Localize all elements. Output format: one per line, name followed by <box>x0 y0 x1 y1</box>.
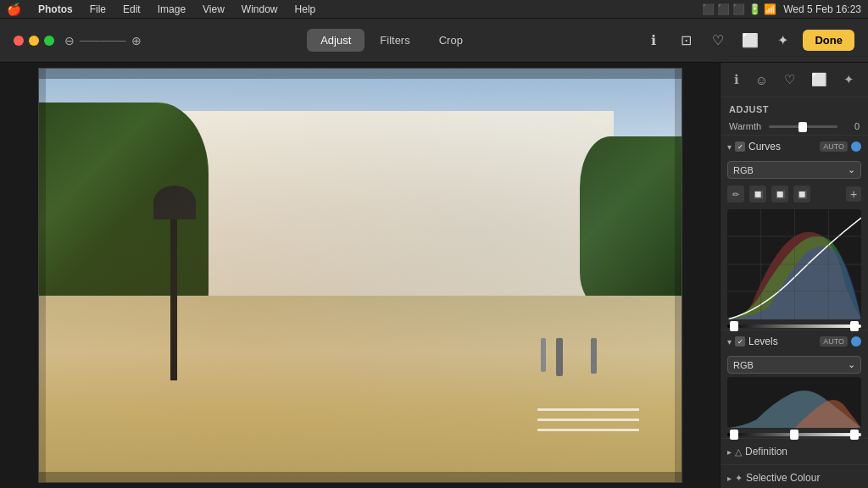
menu-file[interactable]: File <box>86 3 109 15</box>
panel-info-icon[interactable]: ℹ <box>732 69 742 90</box>
traffic-lights <box>14 36 54 46</box>
definition-label: Definition <box>745 446 787 458</box>
curves-chevron-icon: ▾ <box>727 142 732 152</box>
menubar-system-icons: ⬛ ⬛ ⬛ 🔋 📶 <box>702 3 776 15</box>
tab-filters[interactable]: Filters <box>366 29 423 52</box>
levels-track[interactable] <box>727 433 861 436</box>
levels-channel-label: RGB <box>733 360 754 370</box>
menu-window[interactable]: Window <box>238 3 281 15</box>
menubar-datetime: Wed 5 Feb 16:23 <box>783 3 861 15</box>
curves-dropdown-chevron-icon: ⌄ <box>848 164 855 175</box>
heart-button[interactable]: ♡ <box>706 29 730 53</box>
curves-enabled-dot[interactable] <box>851 141 861 152</box>
levels-header[interactable]: ▾ ✓ Levels AUTO <box>721 330 868 352</box>
photo-canvas <box>38 68 682 483</box>
levels-section: ▾ ✓ Levels AUTO RGB ⌄ <box>721 330 868 439</box>
curves-right-handle[interactable] <box>850 321 859 331</box>
menu-photos[interactable]: Photos <box>35 3 76 15</box>
curves-histogram-svg <box>727 209 861 319</box>
info-button[interactable]: ℹ <box>642 29 665 53</box>
warmth-value: 0 <box>843 121 860 131</box>
curve-eyedropper-dark-icon[interactable]: 🔲 <box>749 186 766 202</box>
curves-channel-dropdown[interactable]: RGB ⌄ <box>727 161 861 179</box>
menu-help[interactable]: Help <box>292 3 320 15</box>
curves-title: Curves <box>748 141 816 152</box>
panel-frame-icon[interactable]: ⬜ <box>809 69 830 90</box>
curves-auto-badge[interactable]: AUTO <box>820 141 848 152</box>
curves-level-slider-row <box>721 323 868 330</box>
warmth-label: Warmth <box>729 121 764 131</box>
curve-eyedropper-mid-icon[interactable]: 🔲 <box>771 186 788 202</box>
panel-icon-row: ℹ ☺ ♡ ⬜ ✦ <box>721 63 868 97</box>
done-button[interactable]: Done <box>803 30 854 51</box>
zebra-line-1 <box>537 429 639 431</box>
levels-left-handle[interactable] <box>730 430 738 440</box>
apple-logo-icon[interactable]: 🍎 <box>7 3 21 16</box>
panel-magic-icon[interactable]: ✦ <box>841 69 857 90</box>
zebra-line-3 <box>537 408 639 411</box>
person-silhouette-3 <box>591 338 597 374</box>
menu-bar: 🍎 Photos File Edit Image View Window Hel… <box>0 0 868 19</box>
curves-left-handle[interactable] <box>730 321 738 331</box>
person-silhouette-2 <box>556 338 563 376</box>
levels-channel-dropdown[interactable]: RGB ⌄ <box>727 356 861 374</box>
photo-border-top <box>39 69 682 79</box>
levels-title: Levels <box>748 336 816 347</box>
levels-histogram[interactable] <box>727 377 861 428</box>
zoom-out-icon: ⊖ <box>64 34 75 47</box>
toolbar-tabs: Adjust Filters Crop <box>307 29 476 52</box>
tab-adjust[interactable]: Adjust <box>307 29 364 52</box>
zoom-in-icon: ⊕ <box>131 34 142 47</box>
levels-enabled-dot[interactable] <box>851 336 861 347</box>
zebra-line-2 <box>537 419 639 421</box>
selective-colour-label: Selective Colour <box>746 472 820 484</box>
menu-view[interactable]: View <box>199 3 228 15</box>
photo-border-bottom <box>39 472 682 482</box>
definition-icon: △ <box>735 446 742 458</box>
zoom-slider-track[interactable]: ─────── <box>80 36 126 46</box>
panel-scroll-area[interactable]: ADJUST Warmth 0 ▾ ✓ Curves AUTO <box>721 97 868 488</box>
curves-header[interactable]: ▾ ✓ Curves AUTO <box>721 136 868 158</box>
warmth-slider[interactable] <box>769 125 837 128</box>
panel-emoji-icon[interactable]: ☺ <box>753 70 771 90</box>
curves-checkbox[interactable]: ✓ <box>735 141 745 152</box>
selective-colour-chevron-icon: ▸ <box>727 474 732 483</box>
curve-tools-row: ✏ 🔲 🔲 🔲 + <box>721 182 868 206</box>
curves-histogram[interactable] <box>727 209 861 319</box>
curve-add-icon[interactable]: + <box>846 186 861 202</box>
curve-pencil-icon[interactable]: ✏ <box>727 186 744 202</box>
levels-chevron-icon: ▾ <box>727 337 732 347</box>
zoom-slider-area: ⊖ ─────── ⊕ <box>64 34 142 47</box>
maximize-button[interactable] <box>44 36 54 46</box>
levels-mid-handle[interactable] <box>790 430 798 440</box>
panel-heart-icon[interactable]: ♡ <box>782 69 798 90</box>
warmth-handle[interactable] <box>798 122 807 132</box>
photo-area <box>0 63 720 488</box>
warmth-row: Warmth 0 <box>721 118 868 136</box>
levels-checkbox[interactable]: ✓ <box>735 336 745 347</box>
photo-border-left <box>39 69 46 482</box>
compare-button[interactable]: ⊡ <box>674 29 698 53</box>
main-area: ℹ ☺ ♡ ⬜ ✦ ADJUST Warmth 0 ▾ ✓ <box>0 63 868 488</box>
tab-crop[interactable]: Crop <box>426 29 476 52</box>
curve-eyedropper-light-icon[interactable]: 🔲 <box>793 186 810 202</box>
curves-level-track[interactable] <box>727 324 861 328</box>
menu-image[interactable]: Image <box>154 3 189 15</box>
close-button[interactable] <box>14 36 24 46</box>
photo-border-right <box>675 69 682 482</box>
adjust-section-title: ADJUST <box>721 97 868 118</box>
levels-slider-row <box>721 431 868 438</box>
menu-edit[interactable]: Edit <box>120 3 144 15</box>
selective-colour-section[interactable]: ▸ ✦ Selective Colour <box>721 465 868 488</box>
levels-dropdown-chevron-icon: ⌄ <box>848 359 855 370</box>
person-silhouette-1 <box>541 338 546 372</box>
minimize-button[interactable] <box>29 36 39 46</box>
curves-section: ▾ ✓ Curves AUTO RGB ⌄ ✏ 🔲 🔲 🔲 + <box>721 136 868 330</box>
levels-right-handle[interactable] <box>850 430 859 440</box>
toolbar: ⊖ ─────── ⊕ Adjust Filters Crop ℹ ⊡ ♡ ⬜ … <box>0 19 868 63</box>
aspect-ratio-button[interactable]: ⬜ <box>738 29 762 53</box>
definition-chevron-icon: ▸ <box>727 447 732 457</box>
magic-wand-button[interactable]: ✦ <box>771 29 794 53</box>
definition-section[interactable]: ▸ △ Definition <box>721 439 868 465</box>
levels-auto-badge[interactable]: AUTO <box>820 336 848 347</box>
